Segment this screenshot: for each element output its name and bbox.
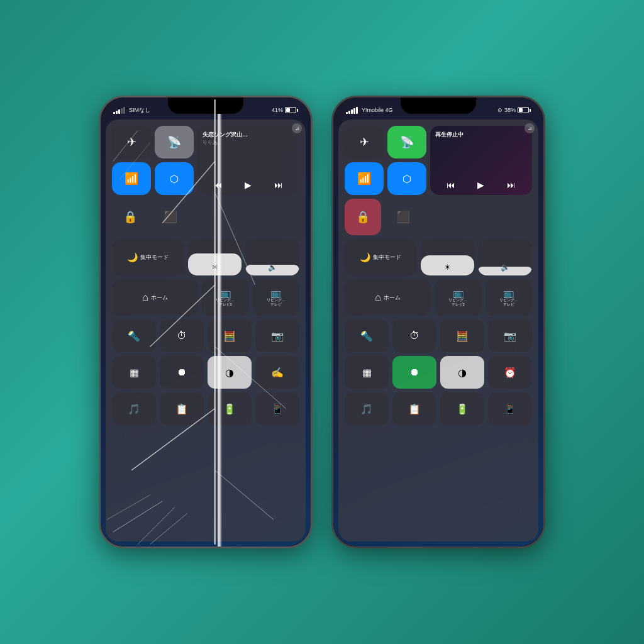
living-tv2-left[interactable]: 📺 リビング…テレビ2 — [202, 279, 249, 316]
qr-btn-left[interactable]: ▦ — [112, 356, 156, 389]
wifi-btn-right[interactable]: 📶 — [345, 162, 384, 195]
phone-right: Y!mobile 4G ⊙ 38% — [331, 96, 545, 548]
contrast-btn-left[interactable]: ◑ — [208, 356, 252, 389]
living-tv2-label-right: リビング…テレビ2 — [448, 298, 467, 307]
screen-mirror-right[interactable]: ⬛ — [385, 199, 421, 235]
battery-fill-left — [286, 108, 290, 112]
volume-slider-right[interactable]: 🔈 — [478, 239, 532, 275]
control-center-right: ✈ 📡 📶 ⬡ ⊿ — [338, 119, 538, 541]
status-right-right: ⊙ 38% — [497, 107, 531, 113]
moon-icon-right: 🌙 — [360, 252, 370, 262]
home-label-left: ホーム — [151, 294, 168, 302]
timer-btn-right[interactable]: ⏱ — [392, 319, 436, 352]
next-btn-right[interactable]: ⏭ — [507, 180, 516, 190]
screen-right: Y!mobile 4G ⊙ 38% — [333, 97, 543, 547]
bar3 — [118, 109, 120, 114]
screen-mirror-left[interactable]: ⬛ — [152, 199, 189, 235]
home-btn-right[interactable]: ⌂ ホーム — [345, 279, 431, 316]
battery-left — [285, 107, 298, 113]
notes-btn-right[interactable]: 📋 — [392, 392, 436, 425]
media-controls-left: ⏮ ▶ ⏭ — [203, 180, 294, 190]
airplane-icon-right: ✈ — [360, 135, 369, 149]
bluetooth-btn-right[interactable]: ⬡ — [387, 162, 426, 195]
focus-label-right: 集中モード — [373, 253, 401, 262]
media-info-right: 再生停止中 — [435, 131, 527, 139]
living-tv-left[interactable]: 📺 リビング…テレビ — [253, 279, 300, 316]
bar2 — [116, 111, 118, 114]
home-btn-left[interactable]: ⌂ ホーム — [112, 279, 198, 316]
home-icon-left: ⌂ — [142, 292, 148, 303]
cellular-icon-right: 📡 — [400, 135, 414, 149]
volume-slider-left[interactable]: 🔈 — [245, 239, 299, 275]
living-tv2-right[interactable]: 📺 リビング…テレビ2 — [435, 279, 482, 316]
next-btn-left[interactable]: ⏭ — [274, 180, 283, 190]
contrast-btn-right[interactable]: ◑ — [440, 356, 484, 389]
signal-bars-left — [113, 106, 125, 114]
remote-btn-right[interactable]: 📱 — [488, 392, 532, 425]
airplane-btn-right[interactable]: ✈ — [345, 126, 384, 158]
audio-btn-right[interactable]: 🎵 — [345, 392, 389, 425]
status-left-carrier-right: Y!mobile 4G — [346, 106, 393, 114]
location-icon-right: ⊙ — [497, 107, 502, 113]
mirror-icon-right: ⬛ — [396, 210, 410, 224]
cellular-btn-right[interactable]: 📡 — [387, 126, 426, 158]
audio-btn-left[interactable]: 🎵 — [112, 392, 156, 425]
cellular-btn-left[interactable]: 📡 — [155, 126, 194, 158]
focus-row-right: 🌙 集中モード ☀ 🔈 — [345, 239, 532, 275]
brightness-slider-right[interactable]: ☀ — [421, 239, 475, 275]
mirror-icon-left: ⬛ — [164, 210, 177, 224]
qr-btn-right[interactable]: ▦ — [345, 356, 389, 389]
timer-btn-left[interactable]: ⏱ — [160, 319, 204, 352]
alarm-btn-right[interactable]: ⏰ — [488, 356, 532, 389]
orientation-lock-left[interactable]: 🔒 — [112, 199, 148, 235]
calculator-btn-left[interactable]: 🧮 — [208, 319, 252, 352]
grid-row3-left: 🎵 📋 🔋 📱 — [112, 392, 299, 425]
remote-btn-left[interactable]: 📱 — [255, 392, 299, 425]
camera-btn-left[interactable]: 📷 — [255, 319, 299, 352]
bar2r — [348, 111, 350, 114]
flashlight-btn-right[interactable]: 🔦 — [345, 319, 389, 352]
media-controls-right: ⏮ ▶ ⏭ — [435, 180, 527, 190]
prev-btn-right[interactable]: ⏮ — [447, 180, 455, 190]
bluetooth-btn-left[interactable]: ⬡ — [155, 162, 194, 195]
bar4r — [353, 108, 355, 114]
volume-icon-right: 🔈 — [501, 263, 510, 272]
wifi-icon-left: 📶 — [125, 172, 138, 186]
focus-btn-right[interactable]: 🌙 集中モード — [345, 239, 417, 275]
living-tv-label-left: リビング…テレビ — [267, 298, 286, 307]
battery-right — [518, 107, 531, 113]
airplane-btn-left[interactable]: ✈ — [112, 126, 151, 158]
home-row-right: ⌂ ホーム 📺 リビング…テレビ2 📺 リビング…テレビ — [345, 279, 532, 316]
orientation-lock-right[interactable]: 🔒 — [345, 199, 381, 235]
living-tv-right[interactable]: 📺 リビング…テレビ — [486, 279, 533, 316]
status-left-carrier: SIMなし — [113, 106, 150, 114]
status-right-left: 41% — [272, 107, 298, 113]
wifi-btn-left[interactable]: 📶 — [112, 162, 151, 195]
control-center-left: ✈ 📡 📶 ⬡ ⊿ — [106, 119, 306, 541]
cellular-icon-left: 📡 — [167, 135, 181, 149]
flashlight-btn-left[interactable]: 🔦 — [112, 319, 156, 352]
battery-pct-left: 41% — [272, 107, 283, 113]
home-label-right: ホーム — [384, 294, 401, 302]
grid-row3-right: 🎵 📋 🔋 📱 — [345, 392, 532, 425]
record-btn-left[interactable]: ⏺ — [160, 356, 204, 389]
calculator-btn-right[interactable]: 🧮 — [440, 319, 484, 352]
battery-widget-left[interactable]: 🔋 — [208, 392, 252, 425]
notes-btn-left[interactable]: 📋 — [160, 392, 204, 425]
handwrite-btn-left[interactable]: ✍ — [255, 356, 299, 389]
media-title-left: 失恋ソング沢山… — [203, 131, 294, 139]
camera-btn-right[interactable]: 📷 — [488, 319, 532, 352]
bar5 — [123, 107, 125, 114]
play-btn-right[interactable]: ▶ — [477, 180, 484, 190]
brightness-slider-left[interactable]: ☀ — [188, 239, 242, 275]
focus-btn-left[interactable]: 🌙 集中モード — [112, 239, 184, 275]
bluetooth-icon-right: ⬡ — [402, 173, 411, 185]
bar4 — [121, 108, 123, 114]
play-btn-left[interactable]: ▶ — [245, 180, 252, 190]
battery-pct-right: 38% — [504, 107, 516, 113]
volume-icon-left: 🔈 — [268, 263, 277, 272]
battery-widget-right[interactable]: 🔋 — [440, 392, 484, 425]
record-btn-right[interactable]: ⏺ — [392, 356, 436, 389]
lock-icon-right: 🔒 — [356, 210, 370, 224]
mid-section-right: 🔒 ⬛ — [345, 199, 532, 235]
